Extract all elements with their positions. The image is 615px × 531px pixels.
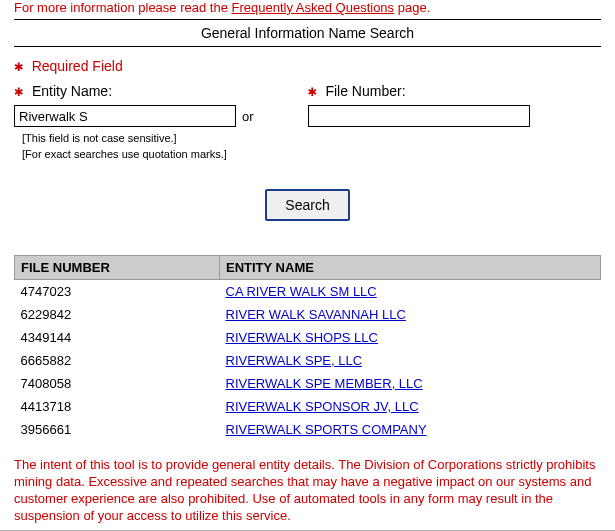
faq-link[interactable]: Frequently Asked Questions: [232, 0, 395, 15]
cell-file-number: 6665882: [15, 349, 220, 372]
disclaimer-text: The intent of this tool is to provide ge…: [14, 457, 601, 525]
file-number-input[interactable]: [308, 105, 530, 127]
or-text: or: [242, 109, 254, 124]
cell-file-number: 4349144: [15, 326, 220, 349]
hint-case: [This field is not case sensitive.]: [22, 131, 308, 147]
asterisk-icon: ✱: [14, 82, 28, 101]
required-field-label: Required Field: [32, 58, 123, 74]
page-title: General Information Name Search: [14, 19, 601, 47]
top-notice-prefix: For more information please read the: [14, 0, 232, 15]
asterisk-icon: ✱: [14, 57, 28, 76]
search-form: ✱ Required Field ✱ Entity Name: or [This…: [14, 47, 601, 221]
table-row: 7408058RIVERWALK SPE MEMBER, LLC: [15, 372, 601, 395]
entity-link[interactable]: RIVERWALK SPONSOR JV, LLC: [226, 399, 419, 414]
table-row: 4349144RIVERWALK SHOPS LLC: [15, 326, 601, 349]
cell-file-number: 4747023: [15, 279, 220, 303]
entity-link[interactable]: RIVERWALK SPE, LLC: [226, 353, 363, 368]
cell-entity-name: RIVERWALK SPONSOR JV, LLC: [220, 395, 601, 418]
top-notice: For more information please read the Fre…: [14, 0, 601, 19]
top-notice-suffix: page.: [394, 0, 430, 15]
col-file-number: FILE NUMBER: [15, 255, 220, 279]
table-row: 6229842RIVER WALK SAVANNAH LLC: [15, 303, 601, 326]
table-row: 6665882RIVERWALK SPE, LLC: [15, 349, 601, 372]
cell-entity-name: RIVERWALK SPE MEMBER, LLC: [220, 372, 601, 395]
entity-link[interactable]: RIVER WALK SAVANNAH LLC: [226, 307, 406, 322]
table-row: 3956661RIVERWALK SPORTS COMPANY: [15, 418, 601, 441]
table-row: 4413718RIVERWALK SPONSOR JV, LLC: [15, 395, 601, 418]
entity-name-input[interactable]: [14, 105, 236, 127]
asterisk-icon: ✱: [308, 82, 322, 101]
results-table: FILE NUMBER ENTITY NAME 4747023CA RIVER …: [14, 255, 601, 441]
entity-link[interactable]: CA RIVER WALK SM LLC: [226, 284, 377, 299]
cell-entity-name: RIVERWALK SHOPS LLC: [220, 326, 601, 349]
cell-file-number: 3956661: [15, 418, 220, 441]
entity-link[interactable]: RIVERWALK SPE MEMBER, LLC: [226, 376, 423, 391]
cell-file-number: 7408058: [15, 372, 220, 395]
entity-link[interactable]: RIVERWALK SPORTS COMPANY: [226, 422, 427, 437]
col-entity-name: ENTITY NAME: [220, 255, 601, 279]
cell-file-number: 6229842: [15, 303, 220, 326]
cell-entity-name: CA RIVER WALK SM LLC: [220, 279, 601, 303]
cell-file-number: 4413718: [15, 395, 220, 418]
hint-exact: [For exact searches use quotation marks.…: [22, 147, 308, 163]
cell-entity-name: RIVERWALK SPE, LLC: [220, 349, 601, 372]
search-button[interactable]: Search: [265, 189, 349, 221]
cell-entity-name: RIVERWALK SPORTS COMPANY: [220, 418, 601, 441]
file-number-label: File Number:: [325, 83, 405, 99]
cell-entity-name: RIVER WALK SAVANNAH LLC: [220, 303, 601, 326]
entity-name-label: Entity Name:: [32, 83, 112, 99]
table-row: 4747023CA RIVER WALK SM LLC: [15, 279, 601, 303]
entity-link[interactable]: RIVERWALK SHOPS LLC: [226, 330, 378, 345]
